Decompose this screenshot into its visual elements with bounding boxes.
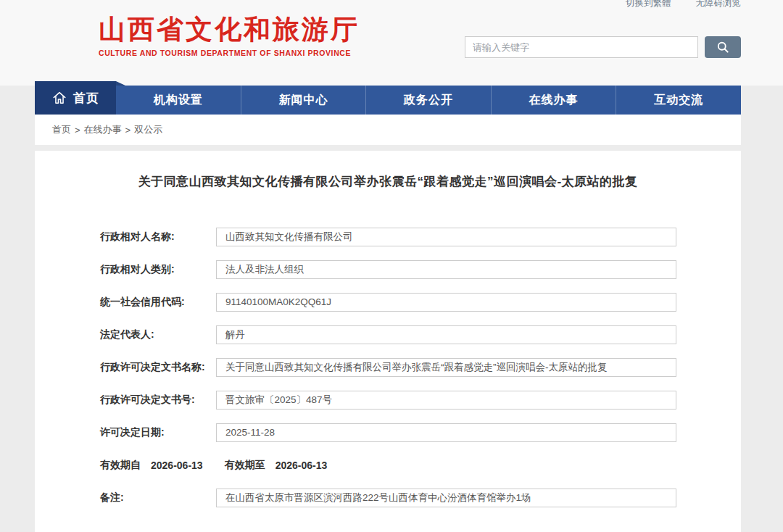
nav-item-label: 政务公开 <box>404 93 453 108</box>
form-row: 行政许可决定文书名称: 关于同意山西致其知文化传播有限公司举办张震岳“跟着感觉走… <box>100 358 741 377</box>
field-label: 行政许可决定文书名称: <box>100 361 216 374</box>
field-value-box: 91140100MA0K2QQ61J <box>216 293 676 312</box>
field-value-box: 法人及非法人组织 <box>216 260 676 279</box>
page-title: 关于同意山西致其知文化传播有限公司举办张震岳“跟着感觉走”巡回演唱会-太原站的批… <box>35 151 741 190</box>
field-label: 许可决定日期: <box>100 426 216 439</box>
form-row: 行政相对人名称: 山西致其知文化传播有限公司 <box>100 228 741 246</box>
nav-item-label: 新闻中心 <box>278 93 328 108</box>
field-value-box: 山西致其知文化传播有限公司 <box>216 228 676 246</box>
permit-form: 行政相对人名称: 山西致其知文化传播有限公司 行政相对人类别: 法人及非法人组织… <box>100 228 741 507</box>
breadcrumb-item[interactable]: 在线办事 <box>84 123 122 136</box>
field-label: 行政相对人名称: <box>100 230 216 244</box>
accessibility-link[interactable]: 无障碍浏览 <box>696 0 742 9</box>
nav-item-org-setup[interactable]: 机构设置 <box>116 86 241 115</box>
breadcrumb-item: 双公示 <box>134 123 162 136</box>
field-value-box: 2025-11-28 <box>216 423 676 442</box>
field-value-box: 晋文旅审〔2025〕487号 <box>216 391 676 410</box>
field-value-box: 解丹 <box>216 325 676 344</box>
main-nav: 首页机构设置新闻中心政务公开在线办事互动交流 <box>35 86 741 115</box>
form-row-validity: 有效期自2026-06-13有效期至2026-06-13 <box>100 456 741 475</box>
site-name: 山西省文化和旅游厅 <box>99 13 360 46</box>
field-value-box: 在山西省太原市晋源区滨河西路222号山西体育中心汾酒体育馆举办1场 <box>216 489 676 507</box>
topbar-links: 切换到繁體无障碍浏览 <box>601 0 741 9</box>
site-logo: 山西省文化和旅游厅 CULTURE AND TOURISM DEPARTMENT… <box>99 13 360 57</box>
field-value-box: 关于同意山西致其知文化传播有限公司举办张震岳“跟着感觉走”巡回演唱会-太原站的批… <box>216 358 676 377</box>
breadcrumb-separator: > <box>75 125 80 136</box>
breadcrumb-item[interactable]: 首页 <box>52 123 71 136</box>
validity-date: 2026-06-13 <box>276 460 328 471</box>
band-gap <box>0 145 783 151</box>
form-row: 统一社会信用代码: 91140100MA0K2QQ61J <box>100 293 741 312</box>
form-row: 行政相对人类别: 法人及非法人组织 <box>100 260 741 279</box>
field-label: 行政相对人类别: <box>100 263 216 276</box>
nav-item-label: 在线办事 <box>529 93 579 108</box>
form-row: 行政许可决定文书号: 晋文旅审〔2025〕487号 <box>100 391 741 410</box>
home-icon <box>51 90 67 106</box>
nav-item-label: 首页 <box>73 90 99 107</box>
search-area <box>465 36 741 58</box>
switch-traditional-link[interactable]: 切换到繁體 <box>626 0 671 9</box>
site-name-en: CULTURE AND TOURISM DEPARTMENT OF SHANXI… <box>99 49 360 57</box>
nav-item-online-service[interactable]: 在线办事 <box>491 86 616 115</box>
main-content: 关于同意山西致其知文化传播有限公司举办张震岳“跟着感觉走”巡回演唱会-太原站的批… <box>35 151 741 532</box>
form-row: 许可决定日期: 2025-11-28 <box>100 423 741 442</box>
form-row: 备注: 在山西省太原市晋源区滨河西路222号山西体育中心汾酒体育馆举办1场 <box>100 489 741 507</box>
field-label: 统一社会信用代码: <box>100 296 216 309</box>
field-label: 备注: <box>100 491 216 504</box>
validity-label: 有效期至 <box>225 459 265 472</box>
nav-item-home[interactable]: 首页 <box>35 81 116 115</box>
nav-item-gov-info[interactable]: 政务公开 <box>365 86 491 115</box>
validity-date: 2026-06-13 <box>151 460 203 471</box>
search-icon <box>716 40 730 54</box>
search-input[interactable] <box>465 36 698 58</box>
breadcrumb: 首页>在线办事>双公示 <box>35 115 741 145</box>
nav-item-news-center[interactable]: 新闻中心 <box>241 86 366 115</box>
header: 切换到繁體无障碍浏览 山西省文化和旅游厅 CULTURE AND TOURISM… <box>0 0 783 86</box>
breadcrumb-separator: > <box>125 125 131 136</box>
nav-item-interaction[interactable]: 互动交流 <box>616 86 741 115</box>
field-label: 行政许可决定文书号: <box>100 394 216 407</box>
field-label: 法定代表人: <box>100 328 216 341</box>
search-button[interactable] <box>705 36 741 58</box>
form-row: 法定代表人: 解丹 <box>100 325 741 344</box>
nav-item-label: 机构设置 <box>154 93 203 108</box>
nav-item-label: 互动交流 <box>654 93 703 108</box>
validity-label: 有效期自 <box>100 459 141 472</box>
